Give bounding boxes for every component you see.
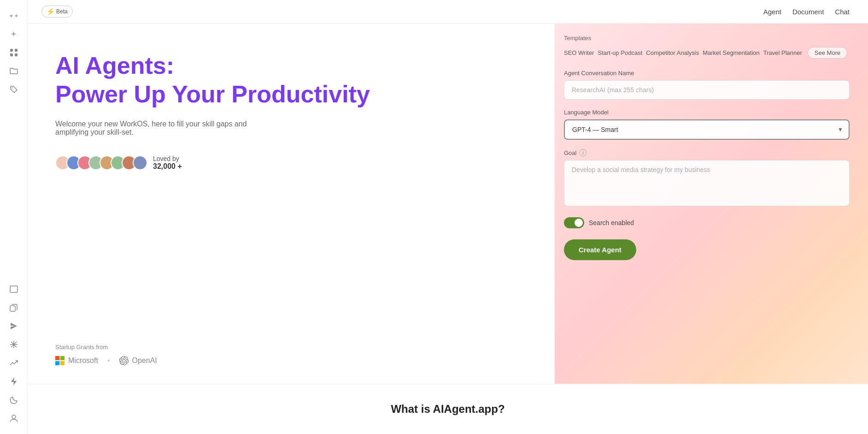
bolt-sidebar-icon[interactable] xyxy=(6,373,22,390)
create-agent-button[interactable]: Create Agent xyxy=(564,239,636,260)
language-model-label: Language Model xyxy=(564,109,850,116)
main-content: ⚡ Beta Agent Document Chat AI Agents: Po… xyxy=(28,0,868,434)
dot-separator: • xyxy=(107,357,110,365)
goal-textarea[interactable] xyxy=(564,160,850,206)
svg-rect-6 xyxy=(10,306,15,311)
nav-document[interactable]: Document xyxy=(792,8,824,16)
openai-icon xyxy=(119,356,129,365)
goal-label-row: Goal i xyxy=(564,149,850,156)
loved-by-count: 32,000 + xyxy=(153,162,182,171)
snowflake-icon[interactable] xyxy=(6,336,22,353)
svg-rect-0 xyxy=(10,49,13,52)
topnav: ⚡ Beta Agent Document Chat xyxy=(28,0,868,24)
beta-badge[interactable]: ⚡ Beta xyxy=(41,6,73,18)
toggle-track xyxy=(564,217,584,228)
avatars xyxy=(55,155,147,170)
template-travel-planner[interactable]: Travel Planner xyxy=(763,49,802,56)
hero-subtitle: Welcome your new WorkOS, here to fill yo… xyxy=(55,120,276,137)
grants-label: Startup Grants from xyxy=(55,344,527,351)
template-competitor-analysis[interactable]: Competitor Analysis xyxy=(646,49,699,56)
template-market-segmentation[interactable]: Market Segmentation xyxy=(703,49,760,56)
avatar xyxy=(133,155,147,170)
agent-name-input[interactable] xyxy=(564,80,850,100)
sidebar: ✦✦ + xyxy=(0,0,28,434)
see-more-button[interactable]: See More xyxy=(808,47,847,59)
send-icon[interactable] xyxy=(6,318,22,334)
copy-icon[interactable] xyxy=(6,299,22,316)
language-model-select[interactable]: GPT-4 — Smart GPT-3.5 — Fast Claude 3 — … xyxy=(564,119,850,140)
search-enabled-toggle[interactable] xyxy=(564,217,584,228)
sparkles-icon: ✦✦ xyxy=(6,7,22,24)
trending-icon[interactable] xyxy=(6,355,22,371)
nav-agent[interactable]: Agent xyxy=(763,8,781,16)
svg-rect-2 xyxy=(10,54,13,56)
templates-label: Templates xyxy=(564,35,850,42)
template-seo-writer[interactable]: SEO Writer xyxy=(564,49,594,56)
templates-row: SEO Writer Start-up Podcast Competitor A… xyxy=(564,47,850,59)
topnav-links: Agent Document Chat xyxy=(763,8,850,16)
tag-icon[interactable] xyxy=(6,81,22,98)
user-sidebar-icon[interactable] xyxy=(6,410,22,427)
grants-logos: Microsoft • OpenAI xyxy=(55,356,527,365)
moon-icon[interactable] xyxy=(6,392,22,408)
folder-icon[interactable] xyxy=(6,63,22,79)
beta-label: Beta xyxy=(56,8,68,15)
toggle-row: Search enabled xyxy=(564,217,850,228)
search-enabled-label: Search enabled xyxy=(589,219,634,226)
svg-point-4 xyxy=(12,88,12,89)
grid-icon[interactable] xyxy=(6,44,22,61)
loved-by-text: Loved by 32,000 + xyxy=(153,155,182,171)
info-icon[interactable]: i xyxy=(579,149,586,156)
form-section: Templates SEO Writer Start-up Podcast Co… xyxy=(564,35,850,260)
template-startup-podcast[interactable]: Start-up Podcast xyxy=(598,49,643,56)
window-icon[interactable] xyxy=(6,281,22,297)
content-wrapper: AI Agents: Power Up Your Productivity We… xyxy=(28,24,868,384)
loved-by-label: Loved by xyxy=(153,155,182,162)
svg-rect-3 xyxy=(15,54,18,56)
nav-chat[interactable]: Chat xyxy=(835,8,850,16)
goal-label: Goal xyxy=(564,149,576,156)
loved-by: Loved by 32,000 + xyxy=(55,155,527,171)
bolt-icon: ⚡ xyxy=(47,8,54,15)
plus-icon[interactable]: + xyxy=(6,26,22,42)
agent-name-label: Agent Conversation Name xyxy=(564,70,850,77)
grants-section: Startup Grants from Microsoft • xyxy=(55,344,527,365)
svg-rect-1 xyxy=(15,49,18,52)
right-panel: Templates SEO Writer Start-up Podcast Co… xyxy=(555,24,868,384)
bottom-section: What is AIAgent.app? xyxy=(28,384,868,434)
microsoft-grid-icon xyxy=(55,356,65,365)
language-model-wrapper: GPT-4 — Smart GPT-3.5 — Fast Claude 3 — … xyxy=(564,119,850,140)
svg-point-11 xyxy=(12,415,16,419)
svg-rect-5 xyxy=(10,286,18,292)
openai-logo: OpenAI xyxy=(119,356,157,365)
hero-title: AI Agents: Power Up Your Productivity xyxy=(55,51,527,109)
what-is-title: What is AIAgent.app? xyxy=(46,403,850,416)
left-panel: AI Agents: Power Up Your Productivity We… xyxy=(28,24,555,384)
toggle-thumb xyxy=(575,219,583,227)
microsoft-logo: Microsoft xyxy=(55,356,98,365)
